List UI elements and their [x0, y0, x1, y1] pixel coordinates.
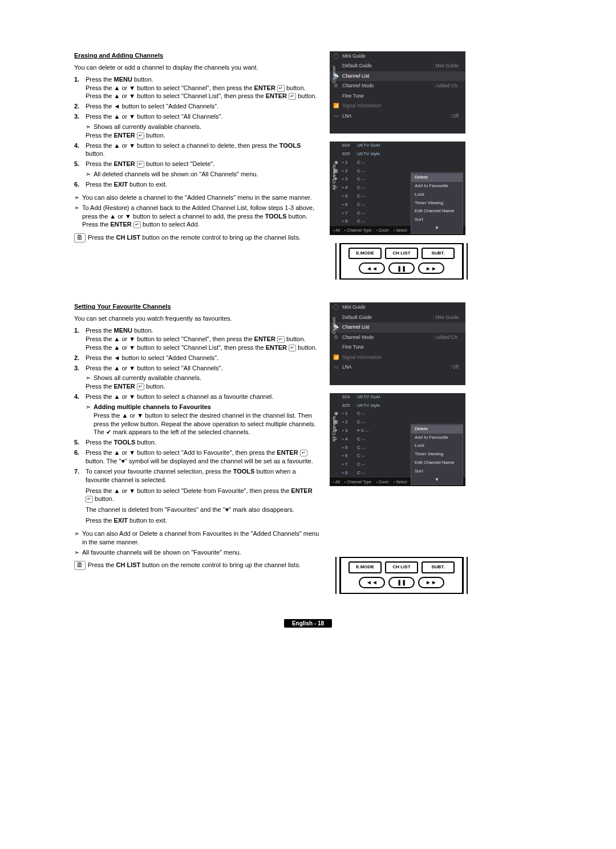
enter-icon: ↵ — [137, 383, 144, 390]
subt-button[interactable]: SUBT. — [422, 561, 455, 573]
section1-steps: 1. Press the MENU button. Press the ▲ or… — [74, 75, 319, 189]
guide-icon: ◯ — [330, 53, 342, 59]
enter-icon: ↵ — [289, 93, 296, 100]
context-menu-2: Delete Add to Favourite Lock Timer Viewi… — [411, 424, 463, 486]
heart-icon: ♥ — [357, 428, 361, 433]
page-footer: English - 18 — [74, 619, 542, 628]
section1-text: Erasing and Adding Channels You can dele… — [74, 51, 319, 242]
osd-all-channels: All Channels 824UKTV Gold 825UKTV style … — [330, 142, 465, 235]
osd-all-channels-2: All Channels 824UKTV Gold 825UKTV style … — [330, 393, 465, 486]
note-arrow-icon: ➣ — [74, 193, 82, 202]
remote-snippet-2: E.MODE CH LIST SUBT. ◄◄ ❚❚ ►► — [340, 557, 463, 594]
ffwd-button[interactable]: ►► — [418, 577, 444, 588]
guide-icon: ◯ — [330, 304, 342, 310]
gear-icon: ⚙ — [330, 83, 342, 89]
section2-figures: Channel ◯Mini Guide Default Guide: Mini … — [330, 302, 467, 601]
emode-button[interactable]: E.MODE — [348, 248, 382, 260]
signal-icon: 📶 — [330, 103, 342, 109]
osd-channel-menu: Channel ◯Mini Guide Default Guide: Mini … — [330, 51, 465, 134]
note-arrow-icon: ➣ — [86, 374, 94, 382]
enter-icon: ↵ — [133, 221, 141, 228]
emode-button[interactable]: E.MODE — [348, 561, 382, 573]
section-favourite: Setting Your Favourite Channels You can … — [74, 302, 542, 601]
section2-text: Setting Your Favourite Channels You can … — [74, 302, 319, 570]
section1-figures: Channel ◯Mini Guide Default Guide: Mini … — [330, 51, 467, 288]
tip-chlist-2: 🗎 Press the CH LIST button on the remote… — [74, 561, 319, 570]
context-menu: Delete Add to Favourite Lock Timer Viewi… — [411, 172, 463, 234]
gear-icon: ⚙ — [330, 334, 342, 341]
chlist-button[interactable]: CH LIST — [385, 561, 418, 573]
subt-button[interactable]: SUBT. — [422, 248, 455, 260]
enter-icon: ↵ — [137, 132, 144, 139]
pause-button[interactable]: ❚❚ — [388, 262, 415, 274]
rewind-button[interactable]: ◄◄ — [359, 577, 385, 588]
rewind-button[interactable]: ◄◄ — [359, 262, 385, 274]
note-arrow-icon: ➣ — [74, 529, 82, 547]
tv-icon: ▭ — [330, 364, 342, 370]
section2-intro: You can set channels you watch frequentl… — [74, 314, 319, 323]
enter-icon: ↵ — [277, 336, 285, 343]
enter-icon: ↵ — [300, 450, 307, 456]
enter-icon: ↵ — [277, 85, 285, 92]
signal-icon: 📶 — [330, 354, 342, 361]
note-arrow-icon: ➣ — [74, 548, 82, 557]
tip-chlist: 🗎 Press the CH LIST button on the remote… — [74, 233, 319, 242]
ffwd-button[interactable]: ►► — [418, 262, 444, 274]
doc-icon: 🗎 — [74, 561, 86, 570]
section1-intro: You can delete or add a channel to displ… — [74, 63, 319, 72]
note-arrow-icon: ➣ — [86, 123, 94, 131]
section1-title: Erasing and Adding Channels — [74, 51, 319, 60]
remote-snippet: E.MODE CH LIST SUBT. ◄◄ ❚❚ ►► — [340, 243, 463, 280]
tv-icon: ▭ — [330, 113, 342, 119]
note-arrow-icon: ➣ — [86, 403, 94, 436]
osd-channel-menu-2: Channel ◯Mini Guide Default Guide: Mini … — [330, 302, 465, 385]
section-erasing-adding: Erasing and Adding Channels You can dele… — [74, 51, 542, 288]
enter-icon: ↵ — [289, 345, 296, 351]
doc-icon: 🗎 — [74, 233, 86, 242]
note-arrow-icon: ➣ — [74, 204, 82, 229]
section2-title: Setting Your Favourite Channels — [74, 302, 319, 311]
section2-steps: 1. Press the MENU button. Press the ▲ or… — [74, 326, 319, 525]
pause-button[interactable]: ❚❚ — [388, 577, 415, 588]
note-arrow-icon: ➣ — [86, 170, 94, 179]
enter-icon: ↵ — [137, 161, 144, 168]
enter-icon: ↵ — [86, 496, 93, 503]
chlist-button[interactable]: CH LIST — [385, 248, 418, 260]
